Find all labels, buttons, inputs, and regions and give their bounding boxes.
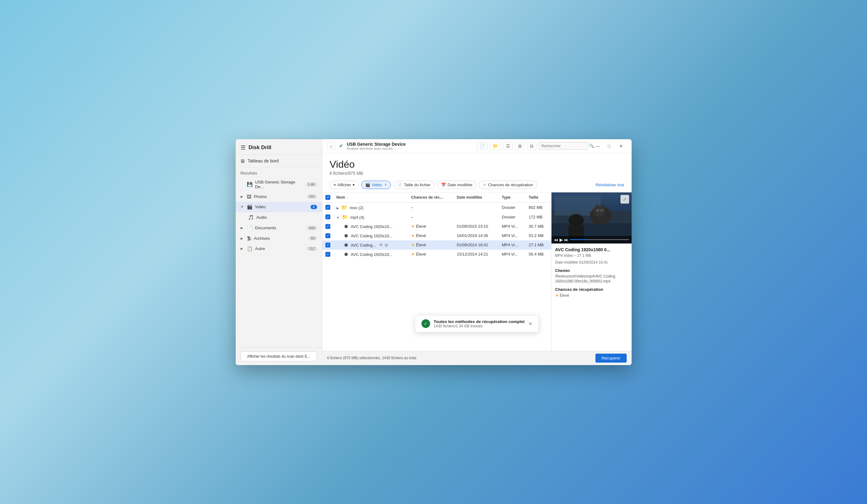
minimize-button[interactable]: — xyxy=(592,142,603,150)
expand-row-button[interactable]: ▶ xyxy=(336,206,339,210)
dashboard-button[interactable]: ⊞ Tableau de bord xyxy=(236,155,322,168)
sidebar-item-photos[interactable]: ▶ 🖼 Photos 101 xyxy=(236,192,322,202)
list-view-button[interactable]: ☰ xyxy=(503,142,513,150)
sidebar-item-label: Photos xyxy=(254,194,305,199)
expand-row-button[interactable]: ▼ xyxy=(336,216,340,219)
svg-point-9 xyxy=(600,209,603,212)
expand-preview-button[interactable]: ⤢ xyxy=(620,195,629,204)
grid-view-button[interactable]: ⊞ xyxy=(515,142,525,150)
video-progress-bar[interactable] xyxy=(570,239,629,240)
file-name: AVC Coding 1920x10... xyxy=(351,252,393,257)
item-badge: 1.4K xyxy=(306,182,317,186)
main-content: ⌂ ✔ USB Generic Storage Device Analyse t… xyxy=(322,139,632,365)
date-cell: 01/09/2014 16:41 xyxy=(454,240,499,250)
sidebar-item-usb[interactable]: 💾 USB Generic Storage De... 1.4K xyxy=(236,177,322,192)
type-cell: Dossier xyxy=(499,202,525,212)
date-filter-button[interactable]: 📅 Date modifiée xyxy=(437,181,477,189)
file-name-cell: ⏺ AVC Coding 1920x10... xyxy=(333,222,408,231)
video-filter-button[interactable]: 🎬 Vidéo ✕ xyxy=(361,181,391,189)
date-cell: 16/01/2019 14:36 xyxy=(454,231,499,240)
check-mark: ✓ xyxy=(424,321,427,326)
chances-cell: – xyxy=(408,212,453,222)
size-column-header: Taille xyxy=(525,192,551,203)
info-icon[interactable]: ⊕ xyxy=(385,243,388,247)
home-button[interactable]: ⌂ xyxy=(327,142,335,150)
file-name-cell: ▼ 📁 mp4 (4) xyxy=(333,212,408,222)
row-checkbox-cell[interactable] xyxy=(322,250,333,259)
page-title: Vidéo xyxy=(330,159,624,170)
chances-label: Chances de récupération xyxy=(555,287,628,292)
preview-icon[interactable]: 👁 xyxy=(379,243,383,247)
rewind-button[interactable]: ⏮ xyxy=(554,237,558,242)
size-cell: 56.4 MB xyxy=(525,250,551,259)
preview-date: Date modifiée 01/09/2014 16:41 xyxy=(555,260,628,265)
select-all-checkbox[interactable] xyxy=(325,195,330,200)
preview-video-thumbnail: ⤢ xyxy=(552,192,632,244)
row-checkbox[interactable] xyxy=(325,224,330,229)
row-checkbox-cell[interactable] xyxy=(322,222,333,231)
sidebar-header: ☰ Disk Drill xyxy=(236,139,322,155)
afficher-filter-button[interactable]: ≡ Afficher ▾ xyxy=(330,181,359,189)
maximize-button[interactable]: □ xyxy=(604,142,615,150)
row-checkbox-cell[interactable] xyxy=(322,212,333,222)
sidebar-item-label: Archives xyxy=(254,236,307,241)
new-file-button[interactable]: 📄 xyxy=(477,142,488,150)
chances-value: ★ Élevé xyxy=(555,293,628,298)
expand-arrow: ▶ xyxy=(240,226,244,229)
search-input[interactable] xyxy=(542,144,588,148)
taille-filter-button[interactable]: 📄 Taille du fichier xyxy=(394,181,435,189)
page-header: Vidéo 6 fichiers/975 MB xyxy=(322,153,632,178)
row-checkbox[interactable] xyxy=(325,243,330,247)
row-checkbox[interactable] xyxy=(325,205,330,210)
device-status: Analyse terminée avec succès xyxy=(347,147,473,150)
row-checkbox[interactable] xyxy=(325,233,330,238)
star-icon: ★ xyxy=(411,233,415,238)
file-icon: 📄 xyxy=(397,183,403,187)
folder-icon: 📁 xyxy=(341,205,347,210)
sidebar-item-archives[interactable]: ▶ 🗜 Archives 63 xyxy=(236,233,322,244)
preview-panel: ⤢ xyxy=(551,192,632,351)
remove-filter-icon[interactable]: ✕ xyxy=(384,183,387,187)
sidebar-item-audio[interactable]: 🎵 Audio xyxy=(236,212,322,223)
show-scan-results-button[interactable]: Afficher les résultats du scan dans E... xyxy=(240,352,317,361)
split-view-button[interactable]: ⊟ xyxy=(527,142,536,150)
close-button[interactable]: ✕ xyxy=(616,142,627,150)
status-text: 6 fichiers (975 MB) sélectionnés, 1430 f… xyxy=(327,356,416,360)
size-cell: 35.7 MB xyxy=(525,222,551,231)
video-controls-bar: ⏮ ▶ ⏭ xyxy=(552,236,632,244)
sidebar-item-video[interactable]: ▼ 🎬 Vidéo 6 xyxy=(236,202,322,212)
play-button[interactable]: ▶ xyxy=(559,237,563,242)
fast-forward-button[interactable]: ⏭ xyxy=(564,237,568,242)
toast-subtitle: 1430 fichiers/1.34 GB trouvés xyxy=(434,324,525,328)
reset-filters-button[interactable]: Réinitialiser tout xyxy=(596,183,624,187)
file-name: AVC Coding 1920x10... xyxy=(351,234,393,238)
date-cell xyxy=(454,212,499,222)
dashboard-label: Tableau de bord xyxy=(248,158,279,163)
chances-cell: ★ Élevé xyxy=(408,250,453,259)
row-checkbox-cell[interactable] xyxy=(322,202,333,212)
row-checkbox-cell[interactable] xyxy=(322,240,333,250)
row-checkbox[interactable] xyxy=(325,252,330,257)
sidebar-item-documents[interactable]: ▶ 📄 Documents 543 xyxy=(236,223,322,233)
grid-icon: ⊞ xyxy=(240,158,245,164)
toast-close-button[interactable]: ✕ xyxy=(528,321,532,327)
device-info: USB Generic Storage Device Analyse termi… xyxy=(347,142,473,150)
select-all-header[interactable] xyxy=(322,192,333,203)
sidebar-item-label: Documents xyxy=(255,226,305,230)
chances-filter-button[interactable]: ☆ Chances de récupération xyxy=(479,181,537,189)
row-checkbox-cell[interactable] xyxy=(322,231,333,240)
svg-point-8 xyxy=(596,209,599,212)
item-badge: 6 xyxy=(311,205,317,209)
recover-button[interactable]: Récupérer xyxy=(596,354,627,363)
file-name: AVC Coding 1920x10... xyxy=(351,224,393,229)
chances-label: Chances de récupération xyxy=(488,183,533,187)
name-column-header[interactable]: Nom ↓ xyxy=(333,192,408,203)
drive-icon: 💾 xyxy=(247,182,253,187)
menu-icon[interactable]: ☰ xyxy=(240,144,246,151)
open-folder-button[interactable]: 📁 xyxy=(490,142,501,150)
sidebar-item-autre[interactable]: ▶ 📋 Autre 717 xyxy=(236,244,322,254)
row-checkbox[interactable] xyxy=(325,214,330,219)
size-cell: 172 MB xyxy=(525,212,551,222)
autre-icon: 📋 xyxy=(247,246,253,251)
chevron-down-icon: ▾ xyxy=(353,183,355,187)
